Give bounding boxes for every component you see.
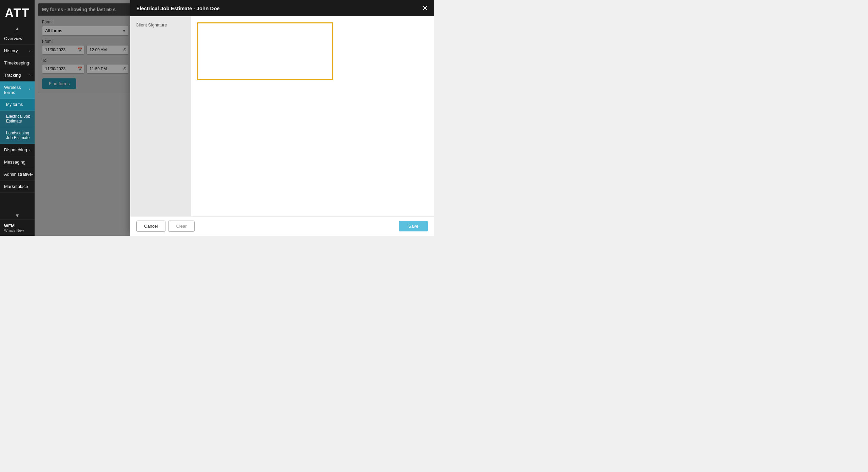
modal-header: Electrical Job Estimate - John Doe ✕ (130, 0, 434, 16)
sidebar-item-label-wireless-forms: Wireless forms (4, 85, 29, 95)
chevron-right-icon: › (29, 61, 31, 65)
sidebar-item-marketplace[interactable]: Marketplace (0, 181, 35, 193)
modal-dialog: Electrical Job Estimate - John Doe ✕ Cli… (130, 0, 434, 236)
sidebar-item-label-dispatching: Dispatching (4, 147, 27, 152)
sidebar-item-overview[interactable]: Overview (0, 33, 35, 45)
save-button[interactable]: Save (399, 221, 428, 231)
sidebar-item-label-timekeeping: Timekeeping (4, 60, 29, 65)
sidebar-item-timekeeping[interactable]: Timekeeping › (0, 57, 35, 69)
sidebar-item-electrical-job-estimate[interactable]: Electrical Job Estimate (0, 111, 35, 127)
sidebar-item-label-history: History (4, 48, 18, 53)
sidebar-item-history[interactable]: History › (0, 45, 35, 57)
app-logo: ATT (5, 0, 29, 24)
modal-footer: Cancel Clear Save (130, 216, 434, 236)
sidebar-item-dispatching[interactable]: Dispatching › (0, 144, 35, 156)
sidebar-item-messaging[interactable]: Messaging (0, 156, 35, 168)
chevron-right-icon: › (29, 49, 31, 53)
chevron-right-icon: › (32, 172, 33, 176)
scroll-up-arrow[interactable]: ▲ (15, 24, 20, 33)
wfm-label: WFM (4, 223, 31, 228)
cancel-button[interactable]: Cancel (136, 221, 165, 232)
modal-content-column (191, 16, 434, 216)
sidebar-nav: Overview History › Timekeeping › Trackin… (0, 33, 35, 211)
sidebar-item-tracking[interactable]: Tracking › (0, 69, 35, 81)
sidebar-item-label-administrative: Administrative (4, 172, 32, 177)
sidebar-item-my-forms[interactable]: My forms (0, 99, 35, 111)
sidebar-item-label-electrical: Electrical Job Estimate (6, 114, 31, 124)
sidebar: ATT ▲ Overview History › Timekeeping › T… (0, 0, 35, 236)
chevron-right-icon: › (29, 148, 31, 152)
sidebar-item-label-landscaping: Landscaping Job Estimate (6, 131, 31, 140)
sidebar-item-administrative[interactable]: Administrative › (0, 168, 35, 181)
client-signature-label: Client Signature (136, 22, 186, 27)
sidebar-item-landscaping-job-estimate[interactable]: Landscaping Job Estimate (0, 127, 35, 144)
modal-overlay: Electrical Job Estimate - John Doe ✕ Cli… (35, 0, 434, 236)
chevron-down-icon: ˅ (29, 88, 31, 92)
modal-body: Client Signature (130, 16, 434, 216)
sidebar-item-label-marketplace: Marketplace (4, 184, 28, 189)
chevron-right-icon: › (29, 73, 31, 77)
sidebar-item-wireless-forms[interactable]: Wireless forms ˅ (0, 81, 35, 99)
modal-close-button[interactable]: ✕ (422, 5, 428, 12)
sidebar-item-label-tracking: Tracking (4, 73, 21, 78)
clear-button[interactable]: Clear (168, 221, 194, 232)
scroll-down-arrow[interactable]: ▼ (15, 211, 20, 220)
modal-label-column: Client Signature (130, 16, 191, 216)
sidebar-item-label-messaging: Messaging (4, 159, 25, 165)
main-content: My forms - Showing the last 50 s Form: A… (35, 0, 434, 236)
sidebar-item-label-overview: Overview (4, 36, 22, 41)
signature-canvas[interactable] (197, 22, 333, 80)
sidebar-bottom: WFM What's New (0, 220, 35, 236)
whats-new-label[interactable]: What's New (4, 228, 31, 232)
sidebar-item-label-my-forms: My forms (6, 102, 23, 107)
modal-title: Electrical Job Estimate - John Doe (136, 5, 220, 11)
